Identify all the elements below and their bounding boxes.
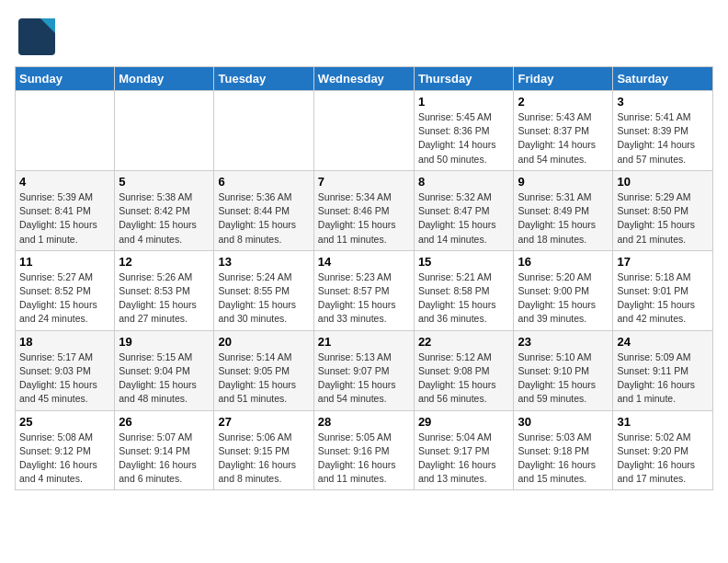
day-info: Sunrise: 5:29 AMSunset: 8:50 PMDaylight:… — [617, 190, 709, 247]
day-number: 21 — [318, 335, 410, 349]
day-number: 12 — [119, 255, 210, 269]
calendar-cell: 16Sunrise: 5:20 AMSunset: 9:00 PMDayligh… — [514, 250, 613, 330]
day-info: Sunrise: 5:41 AMSunset: 8:39 PMDaylight:… — [617, 110, 709, 167]
calendar-header-row: SundayMondayTuesdayWednesdayThursdayFrid… — [16, 67, 713, 91]
calendar-cell: 26Sunrise: 5:07 AMSunset: 9:14 PMDayligh… — [115, 410, 214, 490]
day-info: Sunrise: 5:31 AMSunset: 8:49 PMDaylight:… — [518, 190, 609, 247]
day-number: 18 — [19, 335, 110, 349]
day-info: Sunrise: 5:08 AMSunset: 9:12 PMDaylight:… — [19, 431, 110, 487]
day-info: Sunrise: 5:36 AMSunset: 8:44 PMDaylight:… — [218, 190, 309, 247]
day-number: 20 — [218, 335, 309, 349]
day-number: 19 — [119, 335, 210, 349]
header-friday: Friday — [514, 67, 613, 91]
calendar-week-1: 1Sunrise: 5:45 AMSunset: 8:36 PMDaylight… — [16, 91, 713, 171]
day-number: 26 — [119, 415, 210, 429]
calendar-cell — [214, 91, 313, 171]
day-info: Sunrise: 5:09 AMSunset: 9:11 PMDaylight:… — [617, 350, 709, 407]
day-info: Sunrise: 5:20 AMSunset: 9:00 PMDaylight:… — [518, 270, 609, 327]
day-info: Sunrise: 5:03 AMSunset: 9:18 PMDaylight:… — [518, 431, 609, 487]
day-number: 1 — [418, 95, 510, 109]
day-info: Sunrise: 5:13 AMSunset: 9:07 PMDaylight:… — [318, 350, 410, 407]
calendar-cell: 6Sunrise: 5:36 AMSunset: 8:44 PMDaylight… — [214, 170, 313, 250]
day-info: Sunrise: 5:26 AMSunset: 8:53 PMDaylight:… — [119, 270, 210, 327]
day-info: Sunrise: 5:18 AMSunset: 9:01 PMDaylight:… — [617, 270, 709, 327]
day-number: 31 — [617, 415, 709, 429]
day-info: Sunrise: 5:34 AMSunset: 8:46 PMDaylight:… — [318, 190, 410, 247]
day-number: 30 — [518, 415, 609, 429]
day-info: Sunrise: 5:06 AMSunset: 9:15 PMDaylight:… — [218, 431, 309, 487]
calendar-cell: 14Sunrise: 5:23 AMSunset: 8:57 PMDayligh… — [313, 250, 414, 330]
calendar-cell: 27Sunrise: 5:06 AMSunset: 9:15 PMDayligh… — [214, 410, 313, 490]
calendar-week-2: 4Sunrise: 5:39 AMSunset: 8:41 PMDaylight… — [16, 170, 713, 250]
header-wednesday: Wednesday — [313, 67, 414, 91]
day-number: 7 — [318, 175, 410, 189]
day-info: Sunrise: 5:32 AMSunset: 8:47 PMDaylight:… — [418, 190, 510, 247]
day-number: 2 — [518, 95, 609, 109]
day-number: 6 — [218, 175, 309, 189]
day-info: Sunrise: 5:23 AMSunset: 8:57 PMDaylight:… — [318, 270, 410, 327]
page-header — [15, 15, 713, 59]
calendar-cell: 19Sunrise: 5:15 AMSunset: 9:04 PMDayligh… — [115, 330, 214, 410]
calendar-cell: 15Sunrise: 5:21 AMSunset: 8:58 PMDayligh… — [414, 250, 514, 330]
calendar-cell: 10Sunrise: 5:29 AMSunset: 8:50 PMDayligh… — [613, 170, 713, 250]
header-monday: Monday — [115, 67, 214, 91]
calendar-cell: 7Sunrise: 5:34 AMSunset: 8:46 PMDaylight… — [313, 170, 414, 250]
day-info: Sunrise: 5:27 AMSunset: 8:52 PMDaylight:… — [19, 270, 110, 327]
day-number: 24 — [617, 335, 709, 349]
day-info: Sunrise: 5:43 AMSunset: 8:37 PMDaylight:… — [518, 110, 609, 167]
header-sunday: Sunday — [16, 67, 115, 91]
day-number: 29 — [418, 415, 510, 429]
calendar-week-5: 25Sunrise: 5:08 AMSunset: 9:12 PMDayligh… — [16, 410, 713, 490]
day-number: 17 — [617, 255, 709, 269]
calendar-cell: 28Sunrise: 5:05 AMSunset: 9:16 PMDayligh… — [313, 410, 414, 490]
calendar-cell: 12Sunrise: 5:26 AMSunset: 8:53 PMDayligh… — [115, 250, 214, 330]
calendar-cell: 20Sunrise: 5:14 AMSunset: 9:05 PMDayligh… — [214, 330, 313, 410]
calendar-cell: 23Sunrise: 5:10 AMSunset: 9:10 PMDayligh… — [514, 330, 613, 410]
day-number: 16 — [518, 255, 609, 269]
logo — [15, 15, 59, 59]
day-info: Sunrise: 5:39 AMSunset: 8:41 PMDaylight:… — [19, 190, 110, 247]
day-number: 11 — [19, 255, 110, 269]
day-info: Sunrise: 5:07 AMSunset: 9:14 PMDaylight:… — [119, 431, 210, 487]
header-thursday: Thursday — [414, 67, 514, 91]
calendar-cell — [313, 91, 414, 171]
day-info: Sunrise: 5:17 AMSunset: 9:03 PMDaylight:… — [19, 350, 110, 407]
calendar-cell: 18Sunrise: 5:17 AMSunset: 9:03 PMDayligh… — [16, 330, 115, 410]
day-number: 15 — [418, 255, 510, 269]
calendar-cell: 4Sunrise: 5:39 AMSunset: 8:41 PMDaylight… — [16, 170, 115, 250]
calendar-cell: 25Sunrise: 5:08 AMSunset: 9:12 PMDayligh… — [16, 410, 115, 490]
header-tuesday: Tuesday — [214, 67, 313, 91]
day-number: 28 — [318, 415, 410, 429]
calendar-cell: 22Sunrise: 5:12 AMSunset: 9:08 PMDayligh… — [414, 330, 514, 410]
day-info: Sunrise: 5:04 AMSunset: 9:17 PMDaylight:… — [418, 431, 510, 487]
calendar-cell: 8Sunrise: 5:32 AMSunset: 8:47 PMDaylight… — [414, 170, 514, 250]
calendar-cell: 31Sunrise: 5:02 AMSunset: 9:20 PMDayligh… — [613, 410, 713, 490]
calendar-cell: 13Sunrise: 5:24 AMSunset: 8:55 PMDayligh… — [214, 250, 313, 330]
day-info: Sunrise: 5:15 AMSunset: 9:04 PMDaylight:… — [119, 350, 210, 407]
day-info: Sunrise: 5:45 AMSunset: 8:36 PMDaylight:… — [418, 110, 510, 167]
calendar-week-3: 11Sunrise: 5:27 AMSunset: 8:52 PMDayligh… — [16, 250, 713, 330]
day-info: Sunrise: 5:24 AMSunset: 8:55 PMDaylight:… — [218, 270, 309, 327]
calendar-cell: 30Sunrise: 5:03 AMSunset: 9:18 PMDayligh… — [514, 410, 613, 490]
day-number: 13 — [218, 255, 309, 269]
calendar-cell: 21Sunrise: 5:13 AMSunset: 9:07 PMDayligh… — [313, 330, 414, 410]
calendar-cell: 29Sunrise: 5:04 AMSunset: 9:17 PMDayligh… — [414, 410, 514, 490]
day-number: 10 — [617, 175, 709, 189]
day-number: 4 — [19, 175, 110, 189]
calendar-cell: 17Sunrise: 5:18 AMSunset: 9:01 PMDayligh… — [613, 250, 713, 330]
day-number: 9 — [518, 175, 609, 189]
day-info: Sunrise: 5:14 AMSunset: 9:05 PMDaylight:… — [218, 350, 309, 407]
calendar-cell: 5Sunrise: 5:38 AMSunset: 8:42 PMDaylight… — [115, 170, 214, 250]
day-number: 25 — [19, 415, 110, 429]
day-number: 22 — [418, 335, 510, 349]
day-info: Sunrise: 5:21 AMSunset: 8:58 PMDaylight:… — [418, 270, 510, 327]
calendar-cell: 24Sunrise: 5:09 AMSunset: 9:11 PMDayligh… — [613, 330, 713, 410]
day-info: Sunrise: 5:02 AMSunset: 9:20 PMDaylight:… — [617, 431, 709, 487]
calendar-week-4: 18Sunrise: 5:17 AMSunset: 9:03 PMDayligh… — [16, 330, 713, 410]
header-saturday: Saturday — [613, 67, 713, 91]
calendar-cell: 2Sunrise: 5:43 AMSunset: 8:37 PMDaylight… — [514, 91, 613, 171]
calendar-cell: 11Sunrise: 5:27 AMSunset: 8:52 PMDayligh… — [16, 250, 115, 330]
day-info: Sunrise: 5:10 AMSunset: 9:10 PMDaylight:… — [518, 350, 609, 407]
day-info: Sunrise: 5:38 AMSunset: 8:42 PMDaylight:… — [119, 190, 210, 247]
calendar-cell: 9Sunrise: 5:31 AMSunset: 8:49 PMDaylight… — [514, 170, 613, 250]
